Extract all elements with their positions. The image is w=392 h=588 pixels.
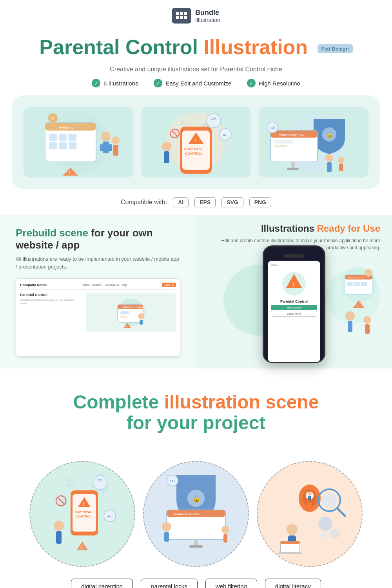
compat-svg: SVG — [221, 197, 243, 207]
check-icon-1: ✓ — [92, 79, 100, 87]
complete-line1-orange: illustration scene — [164, 392, 319, 412]
svg-point-106 — [162, 522, 171, 532]
phone-hero-image: ! — [271, 270, 317, 298]
tag-2: parental locks — [141, 579, 198, 588]
svg-text:PARENTAL: PARENTAL — [184, 147, 203, 151]
title-orange: Illustration — [203, 36, 308, 58]
phone-notch — [284, 254, 304, 258]
circle-2: 🔒 12+ ✓ PARENTAL CONTROL — [143, 461, 249, 567]
svg-text:⚙: ⚙ — [180, 119, 185, 126]
mock-title: Parental Control — [20, 293, 82, 297]
mock-image: ⚙ PARENTAL CONTROL ! — [86, 293, 176, 332]
svg-text:⚙: ⚙ — [51, 116, 54, 120]
svg-text:!: ! — [357, 304, 358, 308]
svg-text:PARENTAL: PARENTAL — [75, 510, 92, 514]
mock-logo: Company Name — [20, 283, 47, 287]
svg-text:CONTROL: CONTROL — [185, 152, 203, 156]
svg-rect-7 — [69, 134, 76, 141]
svg-text:⚙ PARENTAL CTRL: ⚙ PARENTAL CTRL — [347, 276, 365, 279]
svg-rect-122 — [280, 541, 300, 544]
svg-rect-18 — [109, 144, 112, 151]
svg-text:⚙ PARENTAL CONTROL: ⚙ PARENTAL CONTROL — [122, 306, 144, 309]
svg-point-15 — [101, 132, 111, 141]
main-illustration-area: PARENTAL CONTROL ⚙ ! — [12, 95, 380, 189]
svg-rect-46 — [287, 168, 299, 170]
svg-point-59 — [138, 313, 144, 319]
compat-row: Compatible with: AI EPS SVG PNG — [0, 197, 392, 207]
svg-rect-79 — [365, 324, 370, 334]
svg-point-49 — [325, 154, 333, 162]
svg-point-82 — [93, 475, 107, 490]
phone-nav: Home — [271, 264, 317, 268]
check-icon-3: ✓ — [247, 79, 256, 87]
svg-rect-5 — [49, 134, 57, 141]
svg-rect-109 — [223, 534, 227, 543]
svg-rect-123 — [278, 552, 302, 554]
svg-rect-16 — [103, 142, 109, 153]
svg-point-78 — [363, 316, 371, 324]
feature-label-2: Easy Edit and Customize — [165, 80, 231, 87]
svg-rect-114 — [308, 496, 311, 500]
ready-heading-dark: Illustrations — [261, 223, 314, 234]
mock-content: Parental Control Complete and unique ill… — [20, 293, 176, 332]
feature-label-3: High Resolutino — [259, 80, 300, 87]
bottom-tags: digital parenting parental locks web fil… — [0, 579, 392, 588]
svg-point-35 — [162, 142, 171, 151]
svg-point-119 — [287, 524, 298, 535]
svg-point-124 — [318, 517, 332, 531]
phone-btn-secondary[interactable]: Learn more — [271, 311, 317, 317]
svg-point-108 — [221, 526, 229, 534]
svg-text:!: ! — [81, 546, 82, 550]
svg-rect-44 — [274, 145, 287, 147]
two-col-section: Prebuild scene for your own website / ap… — [0, 215, 392, 368]
mock-text: Parental Control Complete and unique ill… — [20, 293, 82, 332]
svg-rect-60 — [140, 320, 143, 325]
svg-rect-8 — [49, 142, 57, 149]
phone-screen: Home ! Parental Control Get started Lear… — [268, 261, 320, 362]
website-mockup: Company Name Home Solution Contact Us Ap… — [16, 278, 180, 357]
svg-text:🚫: 🚫 — [169, 128, 180, 139]
compat-png: PNG — [249, 197, 271, 207]
svg-text:!: ! — [83, 502, 84, 506]
svg-marker-95 — [76, 541, 88, 550]
svg-text:PARENTAL CONTROL: PARENTAL CONTROL — [279, 134, 304, 136]
feature-3: ✓ High Resolutino — [247, 79, 300, 87]
svg-point-113 — [308, 492, 312, 495]
feature-label-1: 6 Illustrations — [103, 80, 138, 87]
circle-1: ⚙ ⚙ 12+ 6+ 🚫 PARENTAL CONTROL ! ! — [29, 461, 135, 567]
prebuild-desc: All illustrations are ready to be implem… — [16, 255, 180, 270]
svg-text:!: ! — [292, 282, 294, 288]
brand-text: Bundle Illustration — [195, 9, 220, 23]
svg-rect-94 — [56, 531, 62, 544]
svg-text:6+: 6+ — [223, 133, 227, 137]
svg-rect-105 — [189, 545, 203, 548]
mock-nav: Company Name Home Solution Contact Us Ap… — [20, 283, 176, 290]
svg-point-19 — [112, 136, 120, 144]
feature-2: ✓ Easy Edit and Customize — [154, 79, 231, 87]
svg-text:12+: 12+ — [170, 479, 175, 483]
phone-btn-primary[interactable]: Get started — [271, 305, 317, 310]
brand-logo — [172, 8, 191, 24]
check-icon-2: ✓ — [154, 79, 162, 87]
tag-4: digital literacy — [265, 579, 321, 588]
svg-rect-45 — [291, 162, 295, 168]
svg-point-73 — [365, 269, 372, 277]
phone-area: Home ! Parental Control Get started Lear… — [208, 257, 380, 351]
svg-text:✓ PARENTAL CONTROL: ✓ PARENTAL CONTROL — [172, 513, 200, 515]
prebuild-heading: Prebuild scene for your own website / ap… — [16, 227, 180, 251]
svg-text:🔒: 🔒 — [192, 494, 201, 503]
svg-rect-10 — [69, 142, 76, 149]
svg-rect-57 — [120, 311, 129, 314]
phone-title: Parental Control — [271, 299, 317, 303]
side-illustrations: ⚙ PARENTAL CTRL ! — [339, 261, 378, 347]
svg-text:12+: 12+ — [97, 478, 103, 482]
svg-rect-20 — [113, 145, 118, 156]
svg-rect-52 — [339, 163, 343, 171]
ready-heading: Illustrations Ready for Use — [208, 223, 380, 234]
svg-line-117 — [338, 509, 345, 516]
svg-text:CONTROL: CONTROL — [76, 515, 92, 518]
compat-eps: EPS — [194, 197, 216, 207]
svg-text:!: ! — [194, 138, 196, 143]
svg-rect-70 — [347, 282, 353, 286]
complete-line1-dark: Complete — [73, 392, 159, 412]
